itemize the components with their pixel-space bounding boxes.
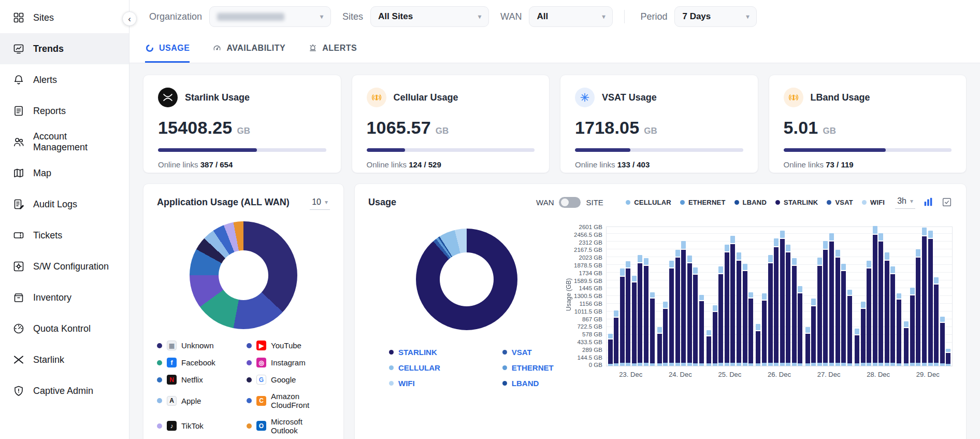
main-area: Organization▾SitesAll Sites▾WANAll▾Perio… (129, 0, 980, 439)
sidebar-item-map[interactable]: Map (0, 158, 129, 189)
segment-cap (922, 228, 927, 235)
stacked-bar (847, 290, 852, 366)
sidebar-item-quota-kontrol[interactable]: Quota Kontrol (0, 313, 129, 344)
top-legend-item-vsat[interactable]: VSAT (827, 199, 853, 206)
segment-base (910, 363, 915, 366)
legend-item-tiktok[interactable]: ♪TikTok (157, 417, 240, 435)
top-legend-item-wifi[interactable]: WIFI (862, 199, 885, 206)
app-count-select[interactable]: 10 ▾ (310, 196, 330, 210)
legend-item-netflix[interactable]: NNetflix (157, 375, 240, 385)
legend-label: STARLINK (784, 199, 818, 206)
segment-base (693, 363, 698, 366)
segment-cap (707, 330, 711, 335)
usage-legend-item-lband[interactable]: LBAND (502, 379, 554, 388)
y-tick-label: 1445 GB (579, 286, 602, 292)
users-icon (12, 136, 25, 148)
segment-base (861, 363, 866, 366)
legend-label: Google (271, 375, 296, 384)
filter-label-period: Period (640, 11, 667, 22)
segment-main (693, 275, 698, 363)
top-legend-item-starlink[interactable]: STARLINK (775, 199, 818, 206)
interval-select[interactable]: 3h ▾ (895, 195, 915, 209)
legend-item-facebook[interactable]: fFacebook (157, 358, 240, 367)
top-legend-item-lband[interactable]: LBAND (734, 199, 767, 206)
stacked-bar (699, 295, 704, 366)
legend-item-youtube[interactable]: ▶YouTube (247, 341, 330, 350)
segment-cap (730, 236, 735, 244)
filter-value: All (537, 11, 548, 22)
legend-dot (502, 365, 507, 370)
legend-label: LBAND (743, 199, 767, 206)
stacked-bar (897, 293, 901, 366)
application-usage-legend: ▦Unknown▶YouTubefFacebook◎InstagramNNetf… (157, 341, 330, 435)
legend-label: Netflix (181, 375, 203, 384)
usage-legend-item-wifi[interactable]: WIFI (389, 379, 440, 388)
stacked-bar (644, 258, 648, 366)
legend-item-apple[interactable]: AApple (157, 392, 240, 410)
legend-dot (775, 200, 780, 205)
sidebar-item-s-w-configuration[interactable]: S/W Configuration (0, 251, 129, 282)
tab-usage[interactable]: USAGE (145, 33, 190, 63)
usage-legend-item-ethernet[interactable]: ETHERNET (502, 363, 554, 372)
sidebar-item-alerts[interactable]: Alerts (0, 64, 129, 95)
donutTab-icon (145, 44, 154, 53)
segment-cap (650, 292, 655, 298)
toggle-label-wan: WAN (536, 198, 554, 207)
legend-item-microsoft-outlook[interactable]: OMicrosoft Outlook (247, 417, 330, 435)
segment-base (835, 363, 840, 366)
top-legend-item-ethernet[interactable]: ETHERNET (680, 199, 726, 206)
legend-dot (247, 398, 252, 403)
legend-item-instagram[interactable]: ◎Instagram (247, 358, 330, 367)
sidebar-item-reports[interactable]: Reports (0, 95, 129, 126)
filter-select-period[interactable]: 7 Days▾ (674, 6, 757, 27)
sidebar-collapse-button[interactable]: ‹ (122, 11, 137, 26)
tab-availability[interactable]: AVAILABILITY (212, 33, 285, 63)
segment-cap (614, 310, 618, 316)
box-icon (12, 291, 25, 304)
top-legend-item-cellular[interactable]: CELLULAR (626, 199, 671, 206)
filter-select-wan[interactable]: All▾ (529, 6, 613, 27)
sidebar-item-sites[interactable]: Sites (0, 2, 129, 33)
legend-label: TikTok (181, 421, 204, 430)
ticket-icon (12, 229, 25, 242)
tab-alerts[interactable]: ALERTS (308, 33, 357, 63)
legend-label: STARLINK (398, 348, 437, 357)
legend-item-google[interactable]: GGoogle (247, 375, 330, 385)
segment-base (730, 363, 735, 366)
sidebar-item-trends[interactable]: Trends (0, 33, 129, 64)
segment-base (780, 363, 785, 366)
segment-main (780, 239, 785, 363)
sidebar-item-label: S/W Configuration (33, 261, 109, 272)
chevron-down-icon: ▾ (325, 199, 328, 206)
filter-select-organization[interactable]: ▾ (209, 6, 331, 27)
segment-cap (786, 245, 790, 251)
stacked-bar (718, 266, 723, 366)
usage-legend-item-vsat[interactable]: VSAT (502, 348, 554, 357)
segment-cap (768, 255, 773, 262)
table-toggle-icon[interactable] (941, 196, 953, 208)
netflix-icon: N (167, 375, 177, 385)
usage-donut-chart (416, 229, 517, 330)
legend-item-unknown[interactable]: ▦Unknown (157, 341, 240, 350)
bar-chart-icon[interactable] (923, 196, 934, 208)
filter-select-sites[interactable]: All Sites▾ (370, 6, 489, 27)
segment-base (626, 363, 630, 366)
wan-site-toggle[interactable] (559, 197, 581, 208)
segment-main (878, 242, 883, 363)
sidebar-item-inventory[interactable]: Inventory (0, 282, 129, 313)
usage-legend-item-starlink[interactable]: STARLINK (389, 348, 440, 357)
sidebar-item-audit-logs[interactable]: Audit Logs (0, 189, 129, 220)
usage-legend-item-cellular[interactable]: CELLULAR (389, 363, 440, 372)
stacked-bar (805, 327, 810, 366)
segment-cap (632, 276, 637, 281)
legend-item-amazon-cloudfront[interactable]: CAmazon CloudFront (247, 392, 330, 410)
sidebar-item-captive-admin[interactable]: Captive Admin (0, 375, 129, 406)
sidebar-item-account-management[interactable]: Account Management (0, 126, 129, 158)
segment-main (644, 266, 648, 363)
stacked-bar (748, 292, 753, 366)
usage-unit: GB (237, 126, 250, 136)
sidebar-item-tickets[interactable]: Tickets (0, 220, 129, 251)
segment-main (650, 299, 655, 363)
sidebar-item-starlink[interactable]: Starlink (0, 344, 129, 375)
segment-main (614, 318, 618, 363)
